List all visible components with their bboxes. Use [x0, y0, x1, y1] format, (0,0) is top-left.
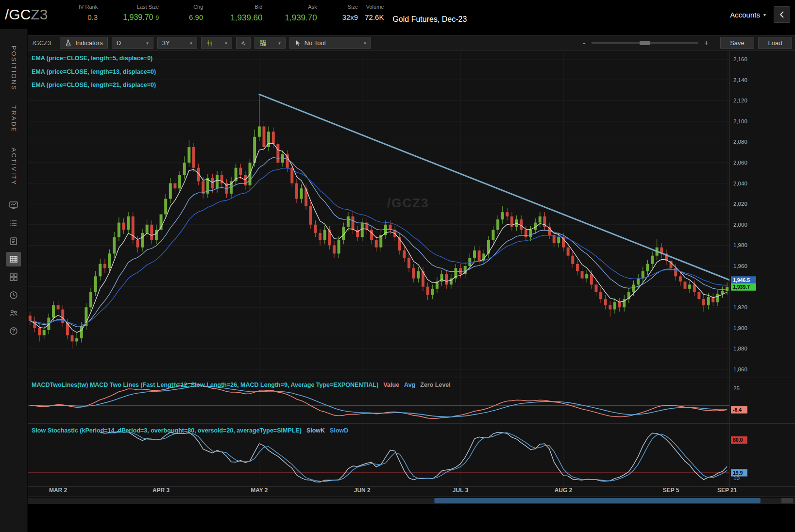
ema-5-label[interactable]: EMA (price=CLOSE, length=5, displace=0) [32, 52, 156, 66]
chart-canvas[interactable]: /GCZ32,1602,1402,1202,1002,0802,0602,040… [28, 51, 795, 507]
svg-text:SEP 21: SEP 21 [717, 487, 737, 494]
stochastic-study-label[interactable]: Slow Stochastic (kPeriod=14, dPeriod=3, … [32, 427, 348, 434]
size-value: 32x9 [342, 13, 358, 21]
grid-layout-dropdown[interactable]: ▾ [254, 37, 286, 49]
ask-label: Ask [308, 4, 317, 10]
chart-toolbar: /GCZ3 Indicators D▾ 3Y▾ ▾ [28, 35, 795, 51]
scrollbar-end-button[interactable] [781, 498, 793, 503]
chart-area: /GCZ32,1602,1402,1202,1002,0802,0602,040… [28, 51, 795, 532]
header-spacer [467, 0, 730, 29]
symbol-month-code: Z3 [31, 6, 48, 23]
svg-text:APR 3: APR 3 [152, 487, 170, 494]
notes-icon[interactable] [6, 234, 21, 249]
range-dropdown[interactable]: 3Y▾ [157, 37, 197, 49]
chart-settings-button[interactable] [236, 37, 251, 49]
load-button[interactable]: Load [758, 37, 792, 49]
zoom-slider[interactable] [592, 42, 698, 44]
iv-rank-value: 0.3 [87, 13, 98, 21]
svg-text:SEP 5: SEP 5 [663, 487, 679, 494]
chevron-down-icon: ▾ [364, 41, 366, 46]
chart-scrollbar-thumb[interactable] [434, 498, 761, 503]
svg-text:1,900: 1,900 [733, 325, 747, 331]
macd-study-label[interactable]: MACDTwoLines(tw) MACD Two Lines (Fast Le… [32, 382, 451, 388]
slowk-legend: SlowK [306, 427, 325, 434]
ema-study-labels: EMA (price=CLOSE, length=5, displace=0) … [32, 52, 156, 92]
chart-watermark: /GCZ3 [387, 196, 429, 210]
zoom-slider-thumb[interactable] [640, 41, 650, 45]
sidebar-icon-group [6, 198, 21, 338]
sidebar-tab-trade[interactable]: TRADE [10, 105, 17, 133]
chart-panel: /GCZ3 Indicators D▾ 3Y▾ ▾ [28, 29, 795, 532]
chevron-down-icon: ▾ [225, 41, 227, 46]
slowd-legend: SlowD [330, 427, 348, 434]
bid-field: Bid 1,939.60 [230, 0, 262, 29]
chevron-down-icon: ▾ [763, 12, 766, 17]
svg-text:2,020: 2,020 [733, 201, 747, 207]
accounts-label: Accounts [730, 11, 760, 19]
size-field: Size 32x9 [342, 0, 358, 29]
bid-label: Bid [255, 4, 263, 10]
svg-text:2,060: 2,060 [733, 160, 747, 166]
change-field: Chg 6.90 [189, 0, 203, 29]
help-icon[interactable] [6, 324, 21, 338]
app-body: POSITIONS TRADE ACTIVITY [0, 29, 795, 532]
svg-text:MAY 2: MAY 2 [251, 487, 268, 494]
chevron-left-icon [779, 11, 784, 18]
zoom-in-button[interactable]: + [704, 39, 709, 48]
ema-13-label[interactable]: EMA (price=CLOSE, length=13, displace=0) [32, 66, 156, 79]
drawing-tool-dropdown[interactable]: No Tool ▾ [289, 37, 371, 49]
chart-style-dropdown[interactable]: ▾ [201, 37, 232, 49]
svg-text:-6.4: -6.4 [733, 407, 742, 413]
last-size-field: Last Size 1,939.709 [123, 0, 159, 29]
svg-text:AUG 2: AUG 2 [555, 487, 573, 494]
timeframe-dropdown[interactable]: D▾ [112, 37, 153, 49]
flask-icon [65, 39, 72, 47]
bid-value: 1,939.60 [230, 13, 262, 23]
svg-text:19.9: 19.9 [733, 470, 743, 476]
svg-text:MAR 2: MAR 2 [49, 487, 68, 494]
sharing-icon[interactable] [6, 306, 21, 320]
last-qty: 9 [155, 15, 159, 21]
volume-field: Volume 72.6K [365, 0, 384, 29]
sidebar-tab-positions[interactable]: POSITIONS [10, 46, 17, 91]
svg-text:2,100: 2,100 [733, 118, 747, 124]
macd-avg-legend: Avg [404, 382, 415, 388]
iv-rank-label: IV Rank [79, 4, 98, 10]
gear-icon [241, 39, 246, 47]
chevron-down-icon: ▾ [278, 41, 281, 46]
contract-description: Gold Futures, Dec-23 [392, 0, 467, 29]
collapse-right-panel-button[interactable] [774, 6, 790, 23]
macd-zero-legend: Zero Level [420, 382, 451, 388]
save-button[interactable]: Save [720, 37, 754, 49]
indicators-button[interactable]: Indicators [60, 37, 107, 49]
toolbar-symbol: /GCZ3 [33, 39, 51, 47]
svg-text:1,860: 1,860 [733, 366, 747, 372]
sidebar-tab-activity[interactable]: ACTIVITY [10, 148, 17, 186]
candlestick-icon [206, 39, 214, 47]
svg-text:1,946.5: 1,946.5 [733, 277, 750, 283]
svg-text:2,080: 2,080 [733, 139, 747, 145]
zoom-out-button[interactable]: - [583, 39, 585, 48]
change-label: Chg [193, 4, 203, 10]
dashboard-icon[interactable] [6, 270, 21, 284]
svg-text:1,939.7: 1,939.7 [733, 284, 750, 290]
svg-text:80.0: 80.0 [733, 437, 743, 443]
svg-text:25: 25 [733, 385, 740, 391]
chart-grid-icon[interactable] [6, 252, 21, 266]
ema-21-label[interactable]: EMA (price=CLOSE, length=21, displace=0) [32, 79, 156, 92]
cursor-icon [294, 39, 301, 47]
svg-text:JUL 3: JUL 3 [453, 487, 469, 494]
chevron-down-icon: ▾ [146, 41, 149, 46]
monitor-icon[interactable] [6, 198, 21, 213]
change-value: 6.90 [189, 13, 203, 21]
svg-text:2,140: 2,140 [733, 77, 747, 83]
svg-text:1,980: 1,980 [733, 242, 747, 248]
svg-text:2,120: 2,120 [733, 98, 747, 103]
watchlist-icon[interactable] [6, 216, 21, 231]
zoom-control: - + [583, 39, 709, 48]
grid-layout-icon [259, 39, 267, 47]
svg-text:2,000: 2,000 [733, 222, 747, 228]
history-icon[interactable] [6, 288, 21, 302]
chevron-down-icon: ▾ [190, 41, 192, 46]
accounts-menu[interactable]: Accounts ▾ [730, 0, 766, 29]
